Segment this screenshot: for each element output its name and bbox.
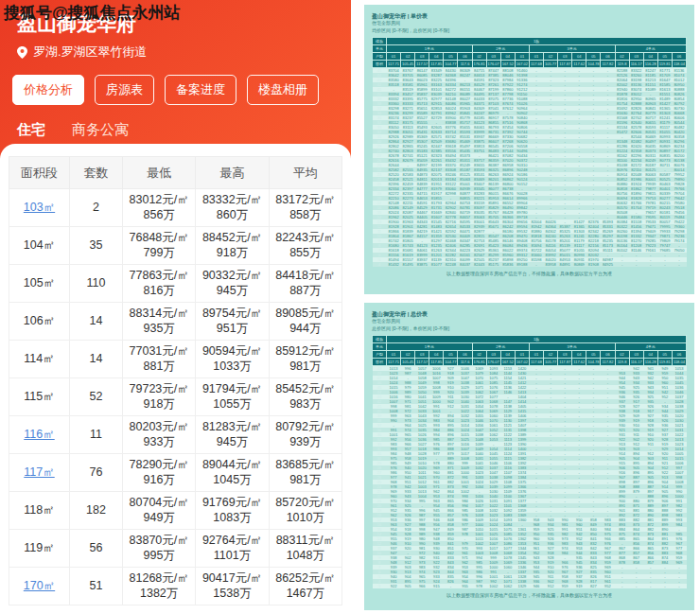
area-text: 104㎡ [24, 238, 55, 252]
type-value: 05 [657, 53, 672, 61]
type-value: 04 [500, 351, 515, 359]
avg-price-cell: 89085元/㎡944万 [269, 303, 341, 341]
avg-price-cell: 82243元/㎡855万 [269, 227, 341, 265]
building-label: 楼栋 [373, 336, 387, 343]
area-text: 115㎡ [24, 390, 54, 403]
max-price-cell: 89044元/㎡1045万 [196, 454, 269, 492]
min-price-cell: 77863元/㎡816万 [123, 265, 196, 303]
area-value: 105.77 [544, 359, 558, 366]
area-link[interactable]: 116㎡ [24, 428, 54, 441]
type-value: 01 [529, 53, 543, 61]
area-value: 104.77 [444, 359, 458, 366]
unit-name: 2单元 [472, 343, 529, 351]
grid-type-row: 户型01020304050602030401010203040506020304… [373, 53, 687, 61]
area-text: 119㎡ [24, 541, 54, 554]
grid-cell: - [444, 584, 458, 588]
avg-price-cell: 85912元/㎡981万 [269, 341, 341, 378]
min-price-cell: 88314元/㎡935万 [123, 303, 196, 341]
grid-cell: 83958 [544, 262, 558, 267]
min-price-cell: 77031元/㎡881万 [123, 341, 196, 378]
grid-cell: 80869 [572, 262, 586, 267]
type-value: 02 [615, 351, 629, 359]
max-price-cell: 90594元/㎡1033万 [196, 341, 269, 378]
table-row: 114㎡1477031元/㎡881万90594元/㎡1033万85912元/㎡9… [9, 341, 342, 378]
type-value: 01 [515, 351, 529, 359]
total-price-grid: 楼栋1栋单元1单元2单元3单元4单元户型01020304050602030401… [372, 335, 687, 588]
unit-count: 2 [70, 189, 123, 227]
table-row: 115㎡5279723元/㎡918万91794元/㎡1055万85452元/㎡9… [9, 378, 342, 416]
unit-count: 51 [70, 568, 123, 605]
area-link[interactable]: 170㎡ [24, 579, 55, 592]
min-price-cell: 80203元/㎡933万 [123, 416, 196, 454]
tab-bar: 价格分析房源表备案进度楼盘相册 [12, 75, 351, 105]
unit-count: 182 [70, 492, 123, 530]
grid-cell: 84891 [558, 262, 572, 267]
max-price-cell: 92764元/㎡1101万 [196, 530, 269, 568]
unit-name: 4单元 [615, 45, 687, 53]
tab-3[interactable]: 楼盘相册 [247, 75, 319, 105]
area-value: 116.17 [629, 359, 643, 366]
area-value: 104.78 [586, 61, 601, 68]
area-value: 176.81 [472, 61, 486, 68]
unit-count: 52 [70, 378, 123, 416]
unit-name: 4单元 [615, 343, 687, 351]
grid-cell: - [643, 262, 657, 267]
avg-price-cell: 88311元/㎡1048万 [269, 530, 341, 568]
area-link[interactable]: 103㎡ [24, 201, 55, 214]
type-value: 01 [529, 351, 543, 359]
panel-subtitle: 住宅全部房间 [372, 20, 687, 26]
grid-cell: - [615, 262, 629, 267]
grid-cell: 89188 [515, 262, 529, 267]
type-value: 04 [500, 53, 515, 61]
grid-cell: 946 [529, 584, 543, 588]
floor-number: 4 [373, 262, 387, 267]
grid-cell: 83875 [415, 262, 429, 267]
min-price-cell: 83012元/㎡856万 [123, 189, 196, 227]
map-pin-icon [17, 46, 27, 59]
table-row: 104㎡3576848元/㎡799万88452元/㎡918万82243元/㎡85… [9, 227, 342, 265]
area-label: 面积 [373, 61, 387, 68]
area-text: 105㎡ [24, 276, 55, 289]
area-link[interactable]: 117㎡ [24, 465, 54, 479]
unit-name: 2单元 [472, 45, 529, 53]
unit-count: 56 [70, 530, 123, 568]
min-price-cell: 79723元/㎡918万 [123, 378, 196, 416]
total-price-panel: 盈山御宠华府 | 总价表 住宅全部房间 总价区间 [0-不限]，单价区间 [0-… [364, 303, 694, 610]
unit-name: 1单元 [387, 343, 473, 351]
grid-unit-row: 单元1单元2单元3单元4单元 [373, 45, 687, 53]
table-row: 118㎡18280704元/㎡949万91769元/㎡1083万85720元/㎡… [9, 492, 342, 530]
type-value: 03 [558, 53, 572, 61]
area-value: 117.85 [429, 61, 444, 68]
area-value: 167.02 [515, 359, 529, 366]
max-price-cell: 88452元/㎡918万 [196, 227, 269, 265]
type-value: 02 [401, 53, 415, 61]
avg-price-cell: 85452元/㎡983万 [269, 378, 341, 416]
property-location: 罗湖.罗湖区翠竹街道 [33, 44, 148, 61]
tab-0[interactable]: 价格分析 [12, 75, 84, 105]
max-price-cell: 90332元/㎡945万 [196, 265, 269, 303]
grid-cell: 84925 [601, 262, 615, 267]
grid-cell: - [643, 584, 657, 588]
tab-1[interactable]: 房源表 [95, 75, 154, 105]
area-value: 167.52 [500, 359, 515, 366]
sohu-watermark: 搜狐号@搜狐焦点永州站 [4, 2, 181, 24]
grid-area-row: 面积117.71105.45117.57117.85104.77117.6176… [373, 61, 687, 68]
avg-price-cell: 86252元/㎡1467万 [269, 568, 341, 605]
area-value: 105.45 [401, 359, 415, 366]
table-row: 103㎡283012元/㎡856万83332元/㎡860万83172元/㎡858… [9, 189, 342, 227]
avg-price-cell: 80792元/㎡939万 [269, 416, 341, 454]
max-price-cell: 90417元/㎡1538万 [196, 568, 269, 605]
unit-name: 3单元 [529, 343, 615, 351]
min-price-cell: 80704元/㎡949万 [123, 492, 196, 530]
area-value: 117.57 [415, 61, 429, 68]
type-value: 03 [629, 53, 643, 61]
table-row: 116㎡1180203元/㎡933万81283元/㎡945万80792元/㎡93… [9, 416, 342, 454]
area-text: 114㎡ [24, 352, 54, 365]
summary-col-header: 面积段 [9, 157, 70, 189]
grid-cell: 1002 [486, 584, 500, 588]
tab-2[interactable]: 备案进度 [165, 75, 236, 105]
area-value: 117.62 [572, 61, 586, 68]
grid-cell: - [529, 262, 543, 267]
type-value: 02 [544, 53, 558, 61]
area-value: 176.07 [486, 359, 500, 366]
